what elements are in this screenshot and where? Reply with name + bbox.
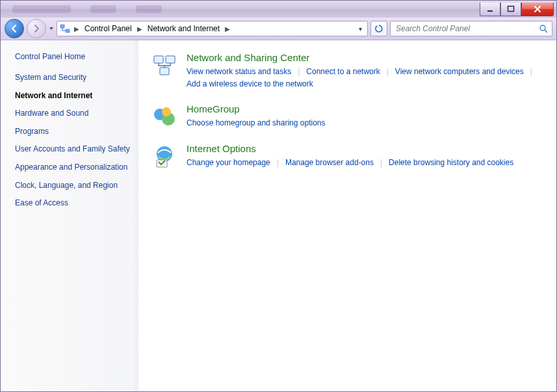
svg-rect-0: [487, 10, 493, 12]
close-button[interactable]: [521, 3, 554, 16]
sidebar-item-user-accounts-and-family-safety[interactable]: User Accounts and Family Safety: [15, 144, 132, 155]
control-panel-window: ▶ Control Panel ▶ Network and Internet ▶…: [0, 0, 557, 392]
breadcrumb-control-panel[interactable]: Control Panel: [83, 24, 133, 33]
minimize-button[interactable]: [480, 3, 500, 16]
category-row: Network and Sharing CenterView network s…: [151, 52, 543, 90]
sidebar: Control Panel Home System and SecurityNe…: [1, 40, 138, 391]
task-link-delete-browsing-history-and-cookies[interactable]: Delete browsing history and cookies: [389, 157, 513, 169]
link-divider: |: [291, 66, 306, 78]
svg-line-5: [545, 30, 547, 33]
sidebar-item-ease-of-access[interactable]: Ease of Access: [15, 198, 132, 209]
internet-options-icon: [151, 143, 177, 169]
link-divider: |: [380, 66, 395, 78]
task-link-add-a-wireless-device-to-the-network[interactable]: Add a wireless device to the network: [187, 78, 313, 90]
task-link-change-your-homepage[interactable]: Change your homepage: [187, 157, 270, 169]
back-button[interactable]: [5, 19, 24, 38]
svg-rect-8: [160, 68, 169, 75]
arrow-right-icon: [32, 24, 41, 33]
window-body: Control Panel Home System and SecurityNe…: [1, 40, 556, 391]
chevron-right-icon[interactable]: ▶: [73, 25, 81, 33]
history-dropdown-icon[interactable]: [49, 24, 54, 33]
chevron-right-icon[interactable]: ▶: [136, 25, 144, 33]
sidebar-item-system-and-security[interactable]: System and Security: [15, 73, 132, 83]
search-input[interactable]: [395, 23, 539, 34]
task-link-view-network-computers-and-devices[interactable]: View network computers and devices: [395, 66, 524, 78]
titlebar-blur-region: [6, 5, 480, 13]
category-links: Choose homegroup and sharing options: [187, 117, 543, 129]
content-pane: Network and Sharing CenterView network s…: [138, 40, 556, 391]
task-link-view-network-status-and-tasks[interactable]: View network status and tasks: [187, 66, 291, 78]
svg-rect-3: [66, 29, 70, 33]
titlebar: [1, 1, 556, 18]
category-body: HomeGroupChoose homegroup and sharing op…: [187, 103, 543, 129]
svg-rect-2: [60, 25, 64, 28]
category-title-internet-options[interactable]: Internet Options: [187, 143, 543, 154]
sidebar-item-hardware-and-sound[interactable]: Hardware and Sound: [15, 109, 132, 119]
svg-rect-1: [508, 7, 514, 12]
chevron-right-icon[interactable]: ▶: [224, 25, 231, 33]
minimize-icon: [486, 5, 494, 13]
sidebar-item-appearance-and-personalization[interactable]: Appearance and Personalization: [15, 163, 132, 173]
sidebar-item-network-and-internet[interactable]: Network and Internet: [15, 91, 132, 101]
svg-rect-7: [166, 56, 175, 63]
maximize-button[interactable]: [500, 3, 521, 16]
close-icon: [533, 5, 542, 13]
svg-rect-6: [154, 56, 163, 63]
refresh-icon: [374, 24, 383, 33]
search-icon[interactable]: [539, 24, 548, 33]
address-dropdown-icon[interactable]: ▾: [356, 25, 365, 33]
category-title-homegroup[interactable]: HomeGroup: [187, 103, 543, 114]
address-bar[interactable]: ▶ Control Panel ▶ Network and Internet ▶…: [57, 21, 368, 36]
category-links: Change your homepage|Manage browser add-…: [187, 157, 543, 169]
arrow-left-icon: [10, 24, 19, 33]
window-controls: [480, 3, 554, 16]
sidebar-item-clock-language-and-region[interactable]: Clock, Language, and Region: [15, 181, 132, 191]
sidebar-item-programs[interactable]: Programs: [15, 127, 132, 137]
task-link-manage-browser-add-ons[interactable]: Manage browser add-ons: [285, 157, 374, 169]
refresh-button[interactable]: [370, 21, 387, 36]
navigation-bar: ▶ Control Panel ▶ Network and Internet ▶…: [1, 18, 556, 40]
category-title-network-and-sharing-center[interactable]: Network and Sharing Center: [187, 52, 543, 63]
link-divider: |: [374, 157, 389, 169]
category-body: Internet OptionsChange your homepage|Man…: [187, 143, 543, 169]
category-row: HomeGroupChoose homegroup and sharing op…: [151, 103, 543, 129]
link-divider: |: [270, 157, 285, 169]
network-category-icon: [60, 23, 70, 34]
task-link-connect-to-a-network[interactable]: Connect to a network: [306, 66, 380, 78]
svg-point-4: [540, 25, 545, 31]
breadcrumb-network-and-internet[interactable]: Network and Internet: [146, 24, 221, 33]
homegroup-icon: [151, 103, 177, 129]
maximize-icon: [507, 5, 515, 13]
svg-point-11: [162, 107, 171, 116]
search-box[interactable]: [390, 21, 552, 36]
forward-button[interactable]: [27, 19, 46, 38]
control-panel-home-link[interactable]: Control Panel Home: [15, 52, 132, 61]
network-and-sharing-center-icon: [151, 52, 177, 78]
task-link-choose-homegroup-and-sharing-options[interactable]: Choose homegroup and sharing options: [187, 117, 325, 129]
category-body: Network and Sharing CenterView network s…: [187, 52, 543, 90]
link-divider: |: [524, 66, 539, 78]
category-row: Internet OptionsChange your homepage|Man…: [151, 143, 543, 169]
category-links: View network status and tasks|Connect to…: [187, 66, 543, 90]
